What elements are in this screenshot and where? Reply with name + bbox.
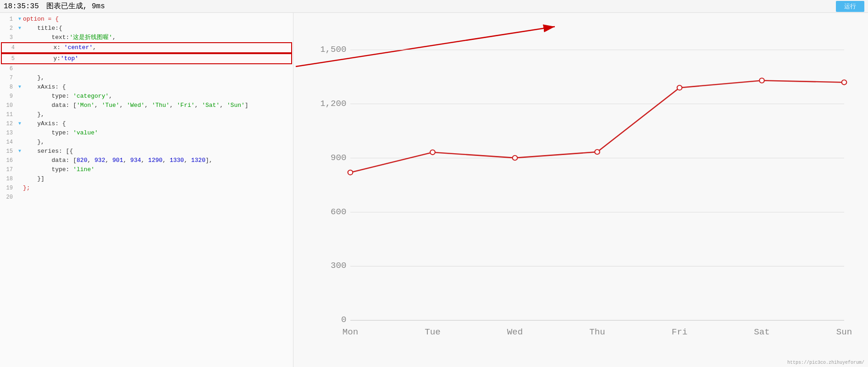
svg-text:Sat: Sat [754,328,770,338]
svg-point-22 [348,170,353,175]
code-line: 1▼option = { [0,15,293,24]
svg-text:300: 300 [331,261,347,271]
line-content: data: ['Mon', 'Tue', 'Wed', 'Thu', 'Fri'… [23,101,293,110]
line-content: type: 'line' [23,165,293,174]
line-number: 1 [0,15,17,24]
fold-arrow[interactable]: ▼ [17,24,23,33]
line-number: 10 [0,101,17,110]
svg-text:Tue: Tue [425,328,441,338]
code-line: 13 type: 'value' [0,128,293,138]
line-content: option = { [23,15,293,24]
code-line: 12▼ yAxis: { [0,119,293,128]
code-editor[interactable]: 1▼option = {2▼ title:{3 text:'这是折线图喔',4 … [0,13,293,367]
svg-text:Thu: Thu [589,328,605,338]
line-number: 19 [0,184,17,193]
timestamp: 18:35:35 [4,2,39,11]
footer-url: https://pic3co.zhihuyeforum/ [787,360,864,365]
line-number: 8 [0,83,17,92]
line-content: }] [23,174,293,184]
svg-text:Mon: Mon [343,328,359,338]
fold-arrow[interactable]: ▼ [17,119,23,128]
line-chart: 03006009001,2001,500MonTueWedThuFriSatSu… [321,40,859,344]
main-area: 1▼option = {2▼ title:{3 text:'这是折线图喔',4 … [0,13,868,367]
code-line: 14 }, [0,138,293,147]
svg-text:Wed: Wed [507,328,523,338]
line-content: }; [23,184,293,193]
line-number: 14 [0,138,17,147]
line-number: 4 [2,43,18,52]
code-line: 3 text:'这是折线图喔', [0,33,293,42]
svg-point-28 [842,80,847,84]
code-line: 11 }, [0,110,293,119]
run-button[interactable]: 运行 [836,1,864,12]
code-line: 4 x: 'center', [1,42,292,53]
line-content: x: 'center', [25,43,291,52]
line-number: 7 [0,73,17,83]
code-line: 7 }, [0,73,293,83]
line-number: 12 [0,119,17,128]
line-content: xAxis: { [23,83,293,92]
code-line: 8▼ xAxis: { [0,83,293,92]
code-line: 10 data: ['Mon', 'Tue', 'Wed', 'Thu', 'F… [0,101,293,110]
chart-panel: 03006009001,2001,500MonTueWedThuFriSatSu… [293,13,868,367]
line-number: 16 [0,156,17,165]
code-line: 9 type: 'category', [0,92,293,101]
svg-point-23 [430,150,435,155]
line-number: 15 [0,147,17,156]
status-text: 图表已生成, 9ms [46,1,105,11]
svg-text:0: 0 [341,315,347,325]
line-content: y:'top' [25,54,291,63]
svg-text:Sun: Sun [836,328,852,338]
svg-text:1,200: 1,200 [321,99,346,109]
line-content: type: 'value' [23,128,293,138]
code-line: 18 }] [0,174,293,184]
code-line: 2▼ title:{ [0,24,293,33]
code-line: 5 y:'top' [1,53,292,64]
code-line: 16 data: [820, 932, 901, 934, 1290, 1330… [0,156,293,165]
svg-point-26 [677,85,682,90]
fold-arrow[interactable]: ▼ [17,15,23,24]
line-number: 9 [0,92,17,101]
svg-point-25 [595,150,600,154]
topbar: 18:35:35 图表已生成, 9ms 运行 [0,0,868,13]
fold-arrow[interactable]: ▼ [17,147,23,156]
line-content: type: 'category', [23,92,293,101]
svg-text:Fri: Fri [672,328,688,338]
code-line: 20 [0,193,293,202]
code-line: 17 type: 'line' [0,165,293,174]
line-content: }, [23,110,293,119]
svg-text:600: 600 [331,207,347,217]
line-content: data: [820, 932, 901, 934, 1290, 1330, 1… [23,156,293,165]
line-content: title:{ [23,24,293,33]
svg-text:1,500: 1,500 [321,44,346,55]
code-line: 6 [0,64,293,73]
line-number: 18 [0,174,17,184]
line-number: 17 [0,165,17,174]
line-number: 5 [2,54,18,63]
line-content: }, [23,73,293,83]
fold-arrow[interactable]: ▼ [17,83,23,92]
svg-point-24 [513,156,518,160]
svg-text:900: 900 [331,153,347,163]
line-content: yAxis: { [23,119,293,128]
code-line: 19}; [0,184,293,193]
line-number: 13 [0,128,17,138]
line-content: }, [23,138,293,147]
svg-point-27 [759,78,764,83]
line-content: series: [{ [23,147,293,156]
line-number: 3 [0,33,17,42]
line-number: 11 [0,110,17,119]
line-number: 20 [0,193,17,202]
code-line: 15▼ series: [{ [0,147,293,156]
line-content: text:'这是折线图喔', [23,33,293,42]
line-number: 2 [0,24,17,33]
line-number: 6 [0,64,17,73]
